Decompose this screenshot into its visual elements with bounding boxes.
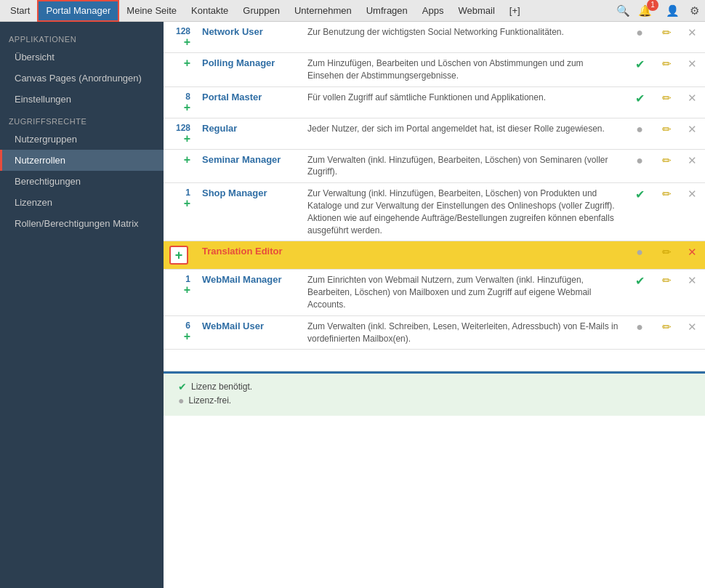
sidebar-item-berechtigungen[interactable]: Berechtigungen bbox=[0, 171, 164, 192]
nav-plus[interactable]: [+] bbox=[502, 0, 528, 22]
row-edit[interactable]: ✏ bbox=[654, 86, 680, 118]
edit-icon[interactable]: ✏ bbox=[662, 26, 672, 39]
nav-start[interactable]: Start bbox=[3, 0, 37, 22]
row-name[interactable]: Portal Master bbox=[196, 86, 302, 118]
row-count: + bbox=[164, 53, 196, 87]
row-edit[interactable]: ✏ bbox=[654, 183, 680, 241]
edit-icon[interactable]: ✏ bbox=[662, 321, 672, 333]
row-edit[interactable]: ✏ bbox=[654, 118, 680, 149]
nav-apps[interactable]: Apps bbox=[415, 0, 451, 22]
table-row: 6 + WebMail User Zum Verwalten (inkl. Sc… bbox=[164, 315, 705, 350]
search-icon[interactable]: 🔍 bbox=[615, 3, 631, 19]
row-name[interactable]: Regular bbox=[196, 118, 302, 149]
user-icon[interactable]: 👤 bbox=[664, 3, 680, 19]
row-delete[interactable]: ✕ bbox=[680, 315, 705, 350]
row-delete[interactable]: ✕ bbox=[680, 183, 705, 241]
edit-icon[interactable]: ✏ bbox=[662, 57, 672, 70]
row-delete[interactable]: ✕ bbox=[680, 118, 705, 149]
row-name[interactable]: Seminar Manager bbox=[196, 149, 302, 183]
row-count: + bbox=[164, 241, 196, 270]
plus-icon: + bbox=[175, 249, 183, 262]
row-status: ✔ bbox=[625, 270, 654, 315]
sidebar-item-nutzergruppen[interactable]: Nutzergruppen bbox=[0, 129, 164, 150]
settings-icon[interactable]: ⚙ bbox=[686, 3, 702, 19]
delete-icon[interactable]: ✕ bbox=[688, 321, 697, 333]
row-name[interactable]: WebMail User bbox=[196, 315, 302, 350]
row-name[interactable]: WebMail Manager bbox=[196, 270, 302, 315]
row-delete[interactable]: ✕ bbox=[680, 22, 705, 53]
row-name[interactable]: Network User bbox=[196, 22, 302, 53]
delete-icon[interactable]: ✕ bbox=[688, 246, 697, 258]
sidebar-item-einstellungen[interactable]: Einstellungen bbox=[0, 89, 164, 110]
nav-meine-seite[interactable]: Meine Seite bbox=[119, 0, 184, 22]
edit-icon[interactable]: ✏ bbox=[662, 123, 672, 135]
nav-umfragen[interactable]: Umfragen bbox=[359, 0, 415, 22]
table-row: + Seminar Manager Zum Verwalten (inkl. H… bbox=[164, 149, 705, 183]
sidebar-item-rollen-matrix[interactable]: Rollen/Berechtigungen Matrix bbox=[0, 213, 164, 234]
row-edit[interactable]: ✏ bbox=[654, 22, 680, 53]
nav-kontakte[interactable]: Kontakte bbox=[184, 0, 235, 22]
legend-bar: ✔ Lizenz benötigt. ● Lizenz-frei. bbox=[164, 371, 705, 416]
nav-webmail[interactable]: Webmail bbox=[451, 0, 501, 22]
row-status: ● bbox=[625, 315, 654, 350]
sidebar-item-uebersicht[interactable]: Übersicht bbox=[0, 47, 164, 68]
delete-icon[interactable]: ✕ bbox=[688, 26, 697, 39]
row-delete[interactable]: ✕ bbox=[680, 241, 705, 270]
row-desc: Zur Benutzung der wichtigsten Social Net… bbox=[302, 22, 625, 53]
delete-icon[interactable]: ✕ bbox=[688, 188, 697, 200]
status-indicator: ● bbox=[636, 246, 643, 258]
row-desc: Für vollen Zugriff auf sämtliche Funktio… bbox=[302, 86, 625, 118]
add-count-icon: + bbox=[169, 133, 190, 145]
row-edit[interactable]: ✏ bbox=[654, 270, 680, 315]
add-count-icon: + bbox=[169, 36, 190, 48]
row-name[interactable]: Polling Manager bbox=[196, 53, 302, 87]
status-indicator: ● bbox=[636, 321, 643, 333]
row-desc: Zum Verwalten (inkl. Hinzufügen, Bearbei… bbox=[302, 149, 625, 183]
sidebar-item-canvas-pages[interactable]: Canvas Pages (Anordnungen) bbox=[0, 68, 164, 89]
row-name[interactable]: Shop Manager bbox=[196, 183, 302, 241]
translation-editor-label: Translation Editor bbox=[202, 246, 283, 257]
sidebar-item-nutzerrollen[interactable]: Nutzerrollen bbox=[0, 150, 164, 171]
row-delete[interactable]: ✕ bbox=[680, 86, 705, 118]
status-indicator: ✔ bbox=[635, 275, 645, 287]
row-count: 8 + bbox=[164, 86, 196, 118]
delete-icon[interactable]: ✕ bbox=[688, 274, 697, 286]
status-indicator: ✔ bbox=[635, 92, 645, 105]
row-count: 1 + bbox=[164, 183, 196, 241]
nav-portal-manager[interactable]: Portal Manager bbox=[37, 0, 119, 22]
nav-gruppen[interactable]: Gruppen bbox=[235, 0, 287, 22]
row-name[interactable]: Translation Editor bbox=[196, 241, 302, 270]
delete-icon[interactable]: ✕ bbox=[688, 123, 697, 135]
add-button[interactable]: + bbox=[169, 246, 188, 265]
row-desc: Jeder Nutzer, der sich im Portal angemel… bbox=[302, 118, 625, 149]
table-row: 1 + WebMail Manager Zum Einrichten von W… bbox=[164, 270, 705, 315]
edit-icon[interactable]: ✏ bbox=[662, 246, 672, 258]
row-delete[interactable]: ✕ bbox=[680, 270, 705, 315]
row-desc: Zum Hinzufügen, Bearbeiten und Löschen v… bbox=[302, 53, 625, 87]
row-desc: Zur Verwaltung (inkl. Hinzufügen, Bearbe… bbox=[302, 183, 625, 241]
row-desc: Zum Einrichten von Webmail Nutzern, zum … bbox=[302, 270, 625, 315]
edit-icon[interactable]: ✏ bbox=[662, 188, 672, 200]
sidebar-item-lizenzen[interactable]: Lizenzen bbox=[0, 192, 164, 213]
row-status: ● bbox=[625, 149, 654, 183]
row-edit[interactable]: ✏ bbox=[654, 149, 680, 183]
table-row: 128 + Network User Zur Benutzung der wic… bbox=[164, 22, 705, 53]
edit-icon[interactable]: ✏ bbox=[662, 154, 672, 166]
edit-icon[interactable]: ✏ bbox=[662, 92, 672, 104]
row-edit[interactable]: ✏ bbox=[654, 241, 680, 270]
row-delete[interactable]: ✕ bbox=[680, 149, 705, 183]
delete-icon[interactable]: ✕ bbox=[688, 92, 697, 104]
roles-table: 128 + Network User Zur Benutzung der wic… bbox=[164, 22, 705, 371]
spacer-row bbox=[164, 350, 705, 371]
row-edit[interactable]: ✏ bbox=[654, 53, 680, 87]
legend-lizenzfrei-text: Lizenz-frei. bbox=[188, 395, 231, 406]
delete-icon[interactable]: ✕ bbox=[688, 57, 697, 70]
table-row: 128 + Regular Jeder Nutzer, der sich im … bbox=[164, 118, 705, 149]
row-edit[interactable]: ✏ bbox=[654, 315, 680, 350]
edit-icon[interactable]: ✏ bbox=[662, 274, 672, 286]
content-area: 128 + Network User Zur Benutzung der wic… bbox=[164, 22, 705, 588]
legend-item-lizenz: ✔ Lizenz benötigt. bbox=[178, 381, 690, 392]
delete-icon[interactable]: ✕ bbox=[688, 154, 697, 166]
row-delete[interactable]: ✕ bbox=[680, 53, 705, 87]
nav-unternehmen[interactable]: Unternehmen bbox=[287, 0, 359, 22]
